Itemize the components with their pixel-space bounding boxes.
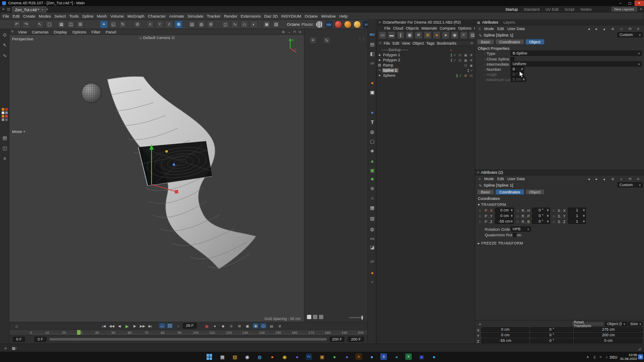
go-end-icon[interactable]: ▶| — [147, 323, 154, 329]
attr2-menu-icon[interactable]: ≡ — [477, 177, 483, 181]
language-indicator[interactable]: DEU — [610, 355, 617, 360]
menu-simulate[interactable]: Simulate — [186, 14, 205, 18]
key-dot[interactable]: ◇ — [516, 219, 519, 224]
menu-modes[interactable]: Modes — [37, 14, 53, 18]
menu-extensions[interactable]: Extensions — [239, 14, 262, 18]
menu-window[interactable]: Window — [319, 14, 337, 18]
coord-mode-dropdown[interactable]: Object (Rel — [605, 322, 627, 326]
camera-swap-icon[interactable]: ⊟ — [170, 36, 174, 40]
coord-size-dropdown[interactable]: Size — [628, 322, 643, 326]
om-menu-edit[interactable]: Edit — [391, 41, 401, 45]
play-mode-icon[interactable]: ⊡ — [167, 323, 173, 329]
render-view-icon[interactable]: ▤ — [188, 21, 196, 28]
autokey-record-icon[interactable]: ◉ — [204, 323, 210, 329]
asset-icon[interactable]: ◧ — [368, 50, 376, 57]
fields-icon[interactable]: ◐ — [250, 21, 258, 28]
rotation-key-icon[interactable]: ⊞ — [236, 323, 243, 329]
layout-standard[interactable]: Standard — [524, 7, 540, 12]
panel-menu-icon[interactable]: ≡ — [635, 177, 641, 181]
add-spline-icon[interactable]: ∿ — [231, 21, 239, 28]
pyramid-icon[interactable]: ▲ — [368, 157, 376, 165]
photoshop-icon[interactable]: Ps — [306, 353, 312, 360]
pause-icon[interactable]: ∥ — [397, 31, 404, 39]
attr-menu-edit[interactable]: Edit — [495, 27, 506, 31]
mograph-matrix-icon[interactable]: ■ — [368, 175, 376, 183]
redo-icon[interactable]: ↷ — [22, 21, 30, 28]
om-menu-icon[interactable]: ≡ — [378, 41, 383, 45]
displacer-icon[interactable]: ◍ — [368, 225, 376, 233]
menu-edit[interactable]: Edit — [11, 14, 21, 18]
panel-dots-menu-icon[interactable]: ⋮⋮ — [358, 35, 366, 43]
menu-tools[interactable]: Tools — [67, 14, 80, 18]
sphere-primitive-icon[interactable]: ◍ — [368, 128, 376, 136]
app-icon-15[interactable]: 3 — [380, 353, 387, 360]
go-start-icon[interactable]: |◀ — [100, 323, 107, 329]
octane-menu-cloud[interactable]: Cloud — [392, 26, 405, 30]
object-row-ramp[interactable]: ▨ Ramp ◠▣ — [377, 63, 475, 68]
octane-texture-icon[interactable] — [344, 21, 352, 28]
om-menu-bookmarks[interactable]: Bookmarks — [436, 41, 458, 45]
octane-node-editor-icon[interactable]: NM — [325, 21, 333, 28]
om-menu-tags[interactable]: Tags — [425, 41, 436, 45]
range-scrollbar[interactable] — [49, 338, 327, 341]
material-tag-icon[interactable]: ● — [469, 53, 473, 57]
minimize-button[interactable]: – — [616, 0, 625, 6]
axis-z-icon[interactable]: Z — [165, 21, 173, 28]
attr2-menu-mode[interactable]: Mode — [483, 177, 496, 181]
view-mode-icon-2[interactable] — [313, 315, 317, 319]
ramp-icon[interactable]: ▨ — [368, 214, 376, 222]
workplane-icon[interactable]: ◫ — [67, 21, 75, 28]
axis-y-icon[interactable]: Y — [156, 21, 164, 28]
vp-menu-panel[interactable]: Panel — [103, 30, 118, 34]
menu-select[interactable]: Select — [53, 14, 67, 18]
quaternion-checkbox[interactable] — [513, 233, 516, 237]
start-button[interactable] — [207, 354, 213, 360]
menu-icon[interactable]: ≡ — [1, 154, 9, 162]
last-tool-icon[interactable]: ⊘ — [134, 21, 141, 28]
x-size-field[interactable]: 275 cm — [574, 327, 643, 332]
add-cube-icon[interactable]: ◻ — [222, 21, 229, 28]
vp-menu-display[interactable]: Display — [51, 30, 70, 34]
freeze-transform-header[interactable]: ▸ FREEZE TRANSFORM — [478, 241, 523, 246]
snap-toggle-icon[interactable]: ⊞ — [76, 21, 84, 28]
nav-forward-icon[interactable]: ▸ — [594, 177, 599, 181]
move-tool-icon[interactable]: + — [100, 21, 108, 28]
track-icon[interactable]: ∩ — [618, 177, 624, 181]
enabled-check-icon[interactable]: ✓ — [470, 69, 473, 72]
volume-builder-icon[interactable]: ▨ — [272, 21, 280, 28]
z-rotation-field[interactable]: 0 ° — [530, 338, 573, 343]
prev-key-icon[interactable]: ◀◀ — [108, 323, 115, 329]
panel-close-icon[interactable]: × — [475, 170, 481, 175]
octane-menu-compare[interactable]: Compare — [438, 26, 457, 30]
tab-coordinates[interactable]: Coordinates — [495, 39, 524, 45]
draw-pen-icon[interactable]: ∿ — [323, 37, 330, 44]
rp-field[interactable]: 0 ° — [532, 213, 550, 218]
menu-spline[interactable]: Spline — [80, 14, 95, 18]
position-key-icon[interactable]: ◆ — [220, 323, 226, 329]
loop-icon[interactable]: ↔ — [159, 323, 165, 329]
camera-label-wrap[interactable]: ▭ Default Camera ⊟ — [9, 36, 304, 40]
key-dot[interactable]: ◇ — [516, 208, 519, 213]
sound-icon[interactable]: ♪ — [175, 323, 181, 329]
object-row-spline1[interactable]: ∿ Spline 1 ✓ — [377, 68, 475, 73]
menu-animate[interactable]: Animate — [167, 14, 186, 18]
add-item-icon[interactable]: + — [310, 37, 316, 44]
close-button[interactable]: × — [635, 0, 644, 6]
scale-tool-icon[interactable]: ◱ — [109, 21, 117, 28]
parameter-key-icon[interactable]: ▣ — [244, 323, 251, 329]
rect-select-icon[interactable]: ▢ — [46, 21, 53, 28]
edge-icon[interactable]: ◍ — [256, 353, 264, 361]
app-icon-16[interactable]: ● — [393, 353, 401, 361]
camera-target-icon[interactable]: ◉ — [451, 31, 459, 39]
tab-basic[interactable]: Basic — [477, 189, 494, 195]
sy-field[interactable]: 1 — [568, 213, 586, 218]
octane-striped-ball-icon[interactable] — [316, 21, 323, 28]
panel-menu-icon[interactable]: ≡ — [635, 27, 641, 31]
rotation-order-dropdown[interactable]: HPB — [510, 226, 531, 232]
octane-node-icon[interactable]: ● — [433, 31, 440, 39]
vp-menu-filter[interactable]: Filter — [89, 30, 103, 34]
cube-primitive-icon[interactable]: ▢ — [368, 137, 376, 145]
vp-options-icon[interactable]: ⊙ — [298, 30, 301, 34]
play-icon[interactable]: ▶ — [124, 323, 131, 329]
playhead[interactable] — [77, 330, 81, 335]
